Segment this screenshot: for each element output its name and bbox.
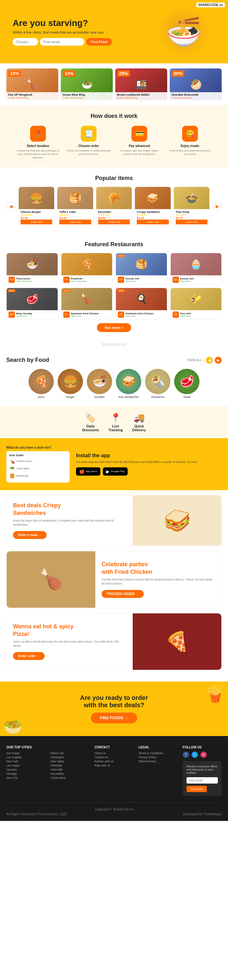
restaurant-logo-5: BS [8, 312, 15, 318]
sub-label: Sub sandwiches [116, 395, 141, 399]
footer-contact[interactable]: Contact us [94, 756, 133, 759]
footer-city-14[interactable]: Costa Mesa [50, 776, 89, 780]
spicy-order-button[interactable]: Order order → [13, 652, 45, 660]
food-circle-burger[interactable]: 🍔 Burger [58, 369, 83, 399]
restaurant-card-6[interactable]: 🍗 AC Ayahanta fried Chicken Open Now [61, 288, 113, 320]
deal-sub-1: 4 days Remaining [8, 96, 57, 99]
discounts-title: DailyDiscounts [82, 424, 99, 432]
footer-city-8[interactable]: Miami City [50, 752, 89, 755]
spicy-desc: Spice up with a friend and enjoy the hot… [13, 640, 126, 648]
footer-city-11[interactable]: Palmdale [50, 764, 89, 767]
footer-city-12[interactable]: Victorville [50, 768, 89, 771]
footer-terms[interactable]: Terms & Conditions [139, 752, 178, 755]
step-title-1: Select location [16, 144, 60, 148]
deal-card-4[interactable]: 🥙 20% Sharable Briarsmith 4 days Remaini… [170, 68, 222, 100]
app-store-badge[interactable]: 🍎 App Store [76, 467, 100, 476]
footer-city-7[interactable]: New City [6, 776, 45, 780]
ready-order-section: 🥗 🍟 Are you ready to order with the best… [0, 681, 228, 736]
restaurant-img-2: 🍕 [62, 253, 112, 275]
instagram-icon[interactable]: in [201, 752, 207, 758]
location-input[interactable] [13, 38, 38, 46]
order-button-5[interactable]: Order now [176, 220, 207, 224]
footer-city-6[interactable]: Chicago [6, 772, 45, 775]
footer-contact-title: CONTACT [94, 746, 133, 749]
taste-question: What do you have a taste for? [6, 446, 70, 449]
footer-ride[interactable]: Ride with us [94, 764, 133, 767]
food-circle-steak[interactable]: 🥩 Steak [174, 369, 200, 399]
footer: OUR TOP CITIES San Diego Los Angeles New… [0, 736, 228, 821]
restaurant-card-5[interactable]: 🥩 BS Baby Sunday Open Now [6, 288, 58, 320]
popular-next-button[interactable]: ▶ [213, 202, 222, 211]
how-step-1: 📍 Select location Choose the food you wa… [16, 126, 60, 160]
see-more-button[interactable]: See more + [97, 323, 131, 332]
restaurant-status-5: Open Now [16, 315, 32, 317]
items-grid: 🍔 Cheese Burger ★★★★★ $3.49 Order now 🥞 … [18, 187, 210, 226]
burger-circle-img: 🍔 [58, 369, 83, 394]
how-step-3: 💳 Pay advanced It is quick, safe and sim… [117, 126, 162, 160]
footer-city-9[interactable]: Huntington [50, 756, 89, 759]
footer-city-10[interactable]: Simi Valley [50, 760, 89, 763]
footer-cities-title: OUR TOP CITIES [6, 746, 45, 749]
food-circle-shawarma[interactable]: 🌯 Shawarma [145, 369, 170, 399]
footer-refund[interactable]: Refund Policy [139, 760, 178, 763]
restaurant-card-3[interactable]: 🥞 D4 Donuts 4x4 Open Now [116, 253, 167, 285]
footer-city-1[interactable]: San Diego [6, 752, 45, 755]
footer-city-2[interactable]: Los Angeles [6, 756, 45, 759]
step-desc-2: Check out hundreds of restaurants with y… [66, 149, 111, 156]
footer-col-contact: CONTACT About us Contact us Partner with… [94, 746, 133, 796]
order-button-1[interactable]: Order now [21, 220, 52, 224]
deal-sub-4: 4 days Remaining [171, 96, 220, 99]
footer-partner[interactable]: Partner with us [94, 760, 133, 763]
noodles-label: Noodles [87, 395, 112, 399]
popular-prev-button[interactable]: ◀ [6, 202, 15, 211]
restaurant-info-7: Kwakarta fried Chicken Open Now [125, 312, 153, 317]
restaurant-body-7: KC Kwakarta fried Chicken Open Now [116, 310, 167, 319]
crispy-order-button[interactable]: Order a meal → [13, 531, 46, 539]
order-item-img-3: 🍔 [9, 473, 15, 479]
restaurant-card-4[interactable]: 🧁 D4 Donuts 4x4 Open Now [170, 253, 222, 285]
footer-city-3[interactable]: New York [6, 760, 45, 763]
celebrate-title: Celebrate parties with Fried Chicken [102, 561, 215, 576]
subscribe-email-input[interactable] [187, 777, 218, 784]
restaurant-img-8: 🌮 [171, 288, 222, 310]
footer-city-4[interactable]: Las Vegas [6, 764, 45, 767]
food-circle-noodles[interactable]: 🍜 Noodles [87, 369, 112, 399]
food-circles: 🍕 pizza 🍔 Burger 🍜 Noodles 🥪 Sub sandwic… [6, 369, 222, 399]
ready-title: Are you ready to order with the best dea… [6, 694, 222, 709]
footer-about[interactable]: About us [94, 752, 133, 755]
footer-privacy[interactable]: Privacy Policy [139, 756, 178, 759]
facebook-icon[interactable]: f [183, 752, 189, 758]
step-desc-4: Food is here and delivered freshly to yo… [168, 149, 212, 156]
order-button-3[interactable]: Order now [98, 220, 130, 224]
find-foods-button[interactable]: FIND FOODS → [91, 713, 137, 723]
subscribe-button[interactable]: Subscribe [187, 786, 207, 792]
celebrate-order-button[interactable]: PROCEED ORDER → [102, 590, 144, 598]
order-button-2[interactable]: Order now [59, 220, 91, 224]
restaurant-card-2[interactable]: 🍕 PF PizzaFolk Open Tomorrow [61, 253, 113, 285]
restaurant-card-7[interactable]: 🍳 KC Kwakarta fried Chicken Open Now [116, 288, 167, 320]
restaurant-status-2: Open Tomorrow [71, 280, 87, 282]
food-circle-sub[interactable]: 🥪 Sub sandwiches [116, 369, 141, 399]
food-search-input[interactable] [40, 38, 84, 46]
item-card-2: 🥞 Tofle's Cake ★★★★☆ $4.99 Order now [57, 187, 93, 226]
deal-card-3[interactable]: 🍱 25% Brown Leathered Wallet 4 days Rema… [115, 68, 167, 100]
deal-card-1[interactable]: 🍗 15% Flat Off Wingbuck 4 days Remaining [6, 68, 58, 100]
deal-card-2[interactable]: 🥗 10% Ocean Blue Blog 2 days Remaining [61, 68, 113, 100]
item-name-5: Thai Soup [176, 210, 207, 213]
crispy-deal-title: Best deals CrispySandwiches [13, 502, 126, 517]
food-next-button[interactable]: ▶ [215, 357, 222, 364]
footer-city-13[interactable]: Escondido [50, 772, 89, 775]
food-prev-button[interactable]: ◀ [206, 357, 213, 364]
restaurant-card-1[interactable]: 🍜 FW Food world Open Tomorrow [6, 253, 58, 285]
find-food-button[interactable]: Find Food [86, 38, 112, 46]
deal-info-2: Ocean Blue Blog 2 days Remaining [61, 92, 113, 100]
item-stars-1: ★★★★★ [21, 213, 52, 216]
twitter-icon[interactable]: t [192, 752, 198, 758]
order-button-4[interactable]: Order now [137, 220, 168, 224]
restaurant-card-8[interactable]: 🌮 TB Taco bell Open Now [170, 288, 222, 320]
google-play-badge[interactable]: ▶ Google Play [103, 467, 128, 476]
restaurant-img-3: 🥞 [116, 253, 167, 275]
item-body-3: Escondor ★★★★★ $2.99 Order now [96, 209, 132, 226]
food-circle-pizza[interactable]: 🍕 pizza [28, 369, 54, 399]
footer-city-5[interactable]: Houston [6, 768, 45, 771]
